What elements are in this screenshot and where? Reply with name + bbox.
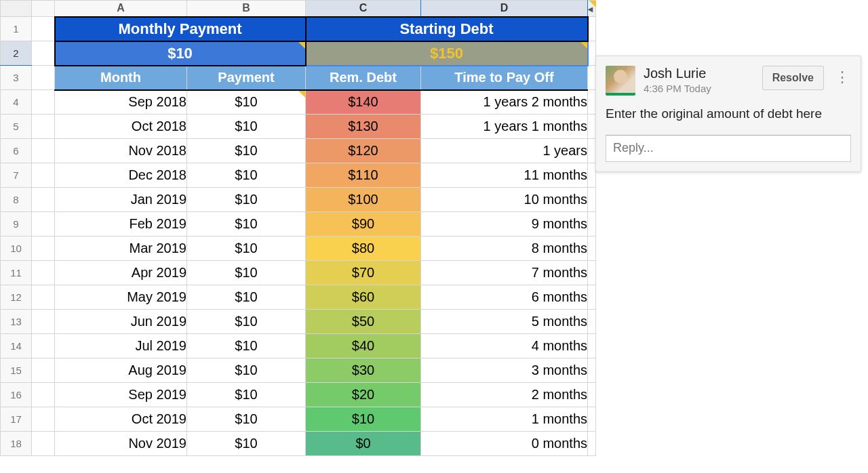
- row-header[interactable]: 12: [1, 285, 32, 310]
- subheader-month[interactable]: Month: [55, 66, 187, 90]
- row-header[interactable]: 10: [1, 236, 32, 261]
- cell-payment[interactable]: $10: [187, 90, 306, 115]
- cell-remaining-debt[interactable]: $0: [306, 432, 421, 456]
- row-header[interactable]: 16: [1, 383, 32, 407]
- cell-payment[interactable]: $10: [187, 407, 306, 432]
- cell-time-to-payoff[interactable]: 6 months: [421, 285, 588, 310]
- subheader-remdebt[interactable]: Rem. Debt: [306, 66, 421, 90]
- spreadsheet-grid[interactable]: A B C D ◂ 1 Monthly Payment Starting Deb…: [0, 0, 596, 456]
- cell-payment[interactable]: $10: [187, 188, 306, 212]
- reply-input[interactable]: [606, 135, 851, 162]
- resolve-button[interactable]: Resolve: [762, 66, 824, 90]
- cell-remaining-debt[interactable]: $10: [306, 407, 421, 432]
- row-header[interactable]: 14: [1, 334, 32, 358]
- cell-remaining-debt[interactable]: $120: [306, 139, 421, 163]
- cell-remaining-debt[interactable]: $100: [306, 188, 421, 212]
- starting-debt-title[interactable]: Starting Debt: [306, 17, 588, 41]
- cell-remaining-debt[interactable]: $50: [306, 310, 421, 334]
- cell-month[interactable]: Oct 2018: [55, 115, 187, 139]
- cell-remaining-debt[interactable]: $30: [306, 358, 421, 383]
- col-header-A[interactable]: A: [55, 1, 187, 17]
- cell-month[interactable]: Apr 2019: [55, 261, 187, 285]
- cell-time-to-payoff[interactable]: 8 months: [421, 236, 588, 261]
- cell-payment[interactable]: $10: [187, 261, 306, 285]
- cell-time-to-payoff[interactable]: 1 years 2 months: [421, 90, 588, 115]
- subheader-timetopay[interactable]: Time to Pay Off: [421, 66, 588, 90]
- comment-timestamp: 4:36 PM Today: [644, 83, 754, 94]
- cell-time-to-payoff[interactable]: 4 months: [421, 334, 588, 358]
- col-header-D[interactable]: D: [421, 1, 588, 17]
- row-header[interactable]: 2: [1, 41, 32, 66]
- row-header[interactable]: 7: [1, 163, 32, 188]
- cell-payment[interactable]: $10: [187, 432, 306, 456]
- cell-remaining-debt[interactable]: $20: [306, 383, 421, 407]
- more-options-icon[interactable]: ⋮: [832, 66, 851, 89]
- row-header[interactable]: 17: [1, 407, 32, 432]
- col-header-B[interactable]: B: [187, 1, 306, 17]
- cell-time-to-payoff[interactable]: 2 months: [421, 383, 588, 407]
- starting-debt-value-cell[interactable]: $150: [306, 41, 588, 66]
- cell-month[interactable]: Nov 2018: [55, 139, 187, 163]
- cell-payment[interactable]: $10: [187, 310, 306, 334]
- row-header[interactable]: 11: [1, 261, 32, 285]
- cell-month[interactable]: Nov 2019: [55, 432, 187, 456]
- note-indicator-icon[interactable]: [298, 42, 305, 49]
- cell-payment[interactable]: $10: [187, 358, 306, 383]
- note-indicator-icon[interactable]: [589, 1, 596, 7]
- cell-payment[interactable]: $10: [187, 163, 306, 188]
- cell-month[interactable]: Sep 2019: [55, 383, 187, 407]
- cell-payment[interactable]: $10: [187, 285, 306, 310]
- cell-time-to-payoff[interactable]: 9 months: [421, 212, 588, 236]
- cell-remaining-debt[interactable]: $110: [306, 163, 421, 188]
- cell-month[interactable]: Mar 2019: [55, 236, 187, 261]
- select-all-corner[interactable]: [1, 1, 32, 17]
- cell-payment[interactable]: $10: [187, 139, 306, 163]
- cell-remaining-debt[interactable]: $90: [306, 212, 421, 236]
- cell-time-to-payoff[interactable]: 1 years 1 months: [421, 115, 588, 139]
- cell-remaining-debt[interactable]: $60: [306, 285, 421, 310]
- cell-time-to-payoff[interactable]: 5 months: [421, 310, 588, 334]
- row-header[interactable]: 18: [1, 432, 32, 456]
- cell-month[interactable]: Aug 2019: [55, 358, 187, 383]
- cell-time-to-payoff[interactable]: 7 months: [421, 261, 588, 285]
- cell-remaining-debt[interactable]: $80: [306, 236, 421, 261]
- row-header[interactable]: 13: [1, 310, 32, 334]
- cell-remaining-debt[interactable]: $40: [306, 334, 421, 358]
- cell-month[interactable]: Jun 2019: [55, 310, 187, 334]
- cell-time-to-payoff[interactable]: 0 months: [421, 432, 588, 456]
- cell-payment[interactable]: $10: [187, 383, 306, 407]
- cell-remaining-debt[interactable]: $70: [306, 261, 421, 285]
- row-header[interactable]: 5: [1, 115, 32, 139]
- subheader-payment[interactable]: Payment: [187, 66, 306, 90]
- cell-time-to-payoff[interactable]: 1 months: [421, 407, 588, 432]
- row-header[interactable]: 6: [1, 139, 32, 163]
- cell-payment[interactable]: $10: [187, 236, 306, 261]
- cell-month[interactable]: Jul 2019: [55, 334, 187, 358]
- cell-payment[interactable]: $10: [187, 212, 306, 236]
- cell-remaining-debt[interactable]: $130: [306, 115, 421, 139]
- row-header[interactable]: 3: [1, 66, 32, 90]
- cell-month[interactable]: Dec 2018: [55, 163, 187, 188]
- cell-time-to-payoff[interactable]: 11 months: [421, 163, 588, 188]
- cell-month[interactable]: Feb 2019: [55, 212, 187, 236]
- row-header[interactable]: 1: [1, 17, 32, 41]
- cell-time-to-payoff[interactable]: 1 years: [421, 139, 588, 163]
- monthly-payment-title[interactable]: Monthly Payment: [55, 17, 306, 41]
- cell-payment[interactable]: $10: [187, 334, 306, 358]
- row-header[interactable]: 15: [1, 358, 32, 383]
- cell-time-to-payoff[interactable]: 3 months: [421, 358, 588, 383]
- row-header[interactable]: 8: [1, 188, 32, 212]
- row-header[interactable]: 4: [1, 90, 32, 115]
- col-header-C[interactable]: C: [306, 1, 421, 17]
- cell-remaining-debt[interactable]: $140: [306, 90, 421, 115]
- monthly-payment-value-cell[interactable]: $10: [55, 41, 306, 66]
- note-indicator-icon[interactable]: [580, 42, 587, 49]
- cell-payment[interactable]: $10: [187, 115, 306, 139]
- cell-month[interactable]: Jan 2019: [55, 188, 187, 212]
- cell-month[interactable]: Sep 2018: [55, 90, 187, 115]
- row-header[interactable]: 9: [1, 212, 32, 236]
- cell-month[interactable]: Oct 2019: [55, 407, 187, 432]
- cell-month[interactable]: May 2019: [55, 285, 187, 310]
- note-indicator-icon[interactable]: [298, 91, 305, 98]
- cell-time-to-payoff[interactable]: 10 months: [421, 188, 588, 212]
